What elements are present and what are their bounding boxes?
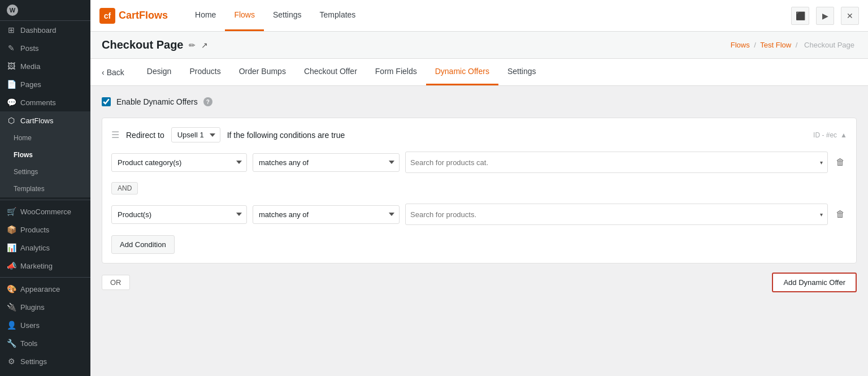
sidebar-item-label: Posts [20,44,39,53]
product-cat-search-wrap[interactable]: ▾ [405,152,828,173]
add-condition-button[interactable]: Add Condition [111,235,175,254]
help-icon[interactable]: ? [203,97,212,106]
add-condition-label: Add Condition [120,240,166,249]
delete-row-2-button[interactable]: 🗑 [834,207,847,222]
tools-icon: 🔧 [7,339,16,348]
upsell-select[interactable]: Upsell 1 [171,127,220,142]
tab-checkout-offer[interactable]: Checkout Offer [295,59,366,85]
sidebar-divider [0,200,90,200]
brand-name: CartFlows [119,10,168,21]
product-search-wrap[interactable]: ▾ [405,204,828,225]
tab-design[interactable]: Design [138,59,181,85]
sidebar-item-label: Home [14,134,32,142]
sidebar-item-users[interactable]: 👤 Users [0,316,90,334]
dashboard-icon: ⊞ [7,25,16,34]
back-chevron-icon: ‹ [102,68,105,77]
sidebar-item-label: Products [20,226,49,234]
sidebar-submenu-cartflows: Home Flows Settings Templates [0,129,90,197]
users-icon: 👤 [7,321,16,330]
edit-icon[interactable]: ✏ [189,41,196,50]
topbar-nav-settings[interactable]: Settings [264,0,311,31]
chevron-down-icon: ▾ [820,159,823,166]
page-title-area: Checkout Page ✏ ↗ [102,38,208,51]
condition-type-select-2[interactable]: Product(s) [111,205,247,224]
topbar-nav-templates[interactable]: Templates [311,0,365,31]
sidebar-item-appearance[interactable]: 🎨 Appearance [0,280,90,298]
sidebar-item-posts[interactable]: ✎ Posts [0,39,90,57]
sidebar-item-pages[interactable]: 📄 Pages [0,75,90,93]
product-cat-search-input[interactable] [410,158,820,167]
sidebar-item-analytics[interactable]: 📊 Analytics [0,239,90,257]
tab-settings[interactable]: Settings [498,59,545,85]
posts-icon: ✎ [7,44,16,53]
collapse-icon[interactable]: ▲ [840,131,847,139]
brand-logo: cf CartFlows [99,8,168,24]
add-dynamic-offer-button[interactable]: Add Dynamic Offer [772,273,857,292]
sidebar-item-flows-sub[interactable]: Flows [0,146,90,163]
topbar-nav-flows[interactable]: Flows [225,0,264,31]
cartflows-icon: ⬡ [7,116,16,125]
sidebar-item-label: Appearance [20,285,60,293]
sidebar-item-woocommerce[interactable]: 🛒 WooCommerce [0,202,90,221]
topbar-nav: Home Flows Settings Templates [186,0,364,31]
woocommerce-icon: 🛒 [7,207,16,216]
sidebar-item-comments[interactable]: 💬 Comments [0,93,90,111]
or-badge: OR [102,275,130,290]
tabbar: ‹ Back Design Products Order Bumps Check… [90,59,868,86]
sidebar-item-templates-sub[interactable]: Templates [0,180,90,197]
sidebar-item-label: Marketing [20,262,53,270]
match-select-2[interactable]: matches any of matches [253,205,400,224]
sidebar-item-media[interactable]: 🖼 Media [0,57,90,75]
sidebar-item-label: Comments [20,98,56,107]
sidebar-item-cartflows[interactable]: ⬡ CartFlows [0,111,90,129]
product-search-input[interactable] [410,210,820,219]
tab-dynamic-offers[interactable]: Dynamic Offers [426,59,498,85]
tab-order-bumps[interactable]: Order Bumps [230,59,295,85]
sidebar-item-label: Users [20,321,40,330]
drag-handle-icon[interactable]: ☰ [111,129,119,140]
sidebar-item-dashboard[interactable]: ⊞ Dashboard [0,21,90,39]
tab-back[interactable]: ‹ Back [102,60,133,85]
media-icon: 🖼 [7,62,16,71]
sidebar-item-label: CartFlows [20,116,54,125]
sidebar-item-label: Tools [20,339,37,348]
sidebar-item-label: Flows [14,151,33,159]
sidebar-item-settings[interactable]: ⚙ Settings [0,352,90,370]
page-title: Checkout Page [102,38,183,51]
topbar-icon-btn-3[interactable]: ✕ [841,7,859,25]
tab-form-fields[interactable]: Form Fields [366,59,426,85]
topbar-nav-home[interactable]: Home [186,0,225,31]
back-label: Back [107,68,124,77]
brand-logo-icon: cf [99,8,115,24]
breadcrumb: Flows / Test Flow / Checkout Page [731,41,857,49]
sidebar-item-plugins[interactable]: 🔌 Plugins [0,298,90,316]
sidebar-divider-2 [0,277,90,278]
match-select-1[interactable]: matches any of matches [253,153,400,172]
condition-type-select-1[interactable]: Product category(s) [111,153,247,172]
condition-id: ID - #ec ▲ [813,131,847,139]
sidebar-item-settings-sub[interactable]: Settings [0,163,90,180]
breadcrumb-flows[interactable]: Flows [731,41,750,49]
sidebar-item-tools[interactable]: 🔧 Tools [0,334,90,352]
enable-dynamic-offers-label: Enable Dynamic Offers [116,97,198,106]
delete-row-1-button[interactable]: 🗑 [834,155,847,170]
external-link-icon[interactable]: ↗ [201,41,208,50]
tab-products[interactable]: Products [180,59,229,85]
condition-row-2: Product(s) matches any of matches ▾ 🗑 [111,204,847,225]
enable-dynamic-offers-checkbox[interactable] [102,97,111,106]
topbar-icon-btn-1[interactable]: ⬛ [791,7,809,25]
sidebar-item-products[interactable]: 📦 Products [0,221,90,239]
pages-icon: 📄 [7,80,16,89]
sidebar-logo: W [0,0,90,21]
sidebar-item-marketing[interactable]: 📣 Marketing [0,257,90,275]
sidebar-item-label: Dashboard [20,26,57,34]
topbar: cf CartFlows Home Flows Settings Templat… [90,0,868,32]
breadcrumb-current: Checkout Page [804,41,854,49]
settings-icon: ⚙ [7,357,16,366]
chevron-down-icon-2: ▾ [820,211,823,218]
bottom-bar: OR Add Dynamic Offer [102,273,857,292]
sidebar-item-home-sub[interactable]: Home [0,129,90,146]
sidebar-item-label: Plugins [20,303,45,312]
topbar-icon-btn-2[interactable]: ▶ [816,7,834,25]
breadcrumb-flow[interactable]: Test Flow [760,41,791,49]
